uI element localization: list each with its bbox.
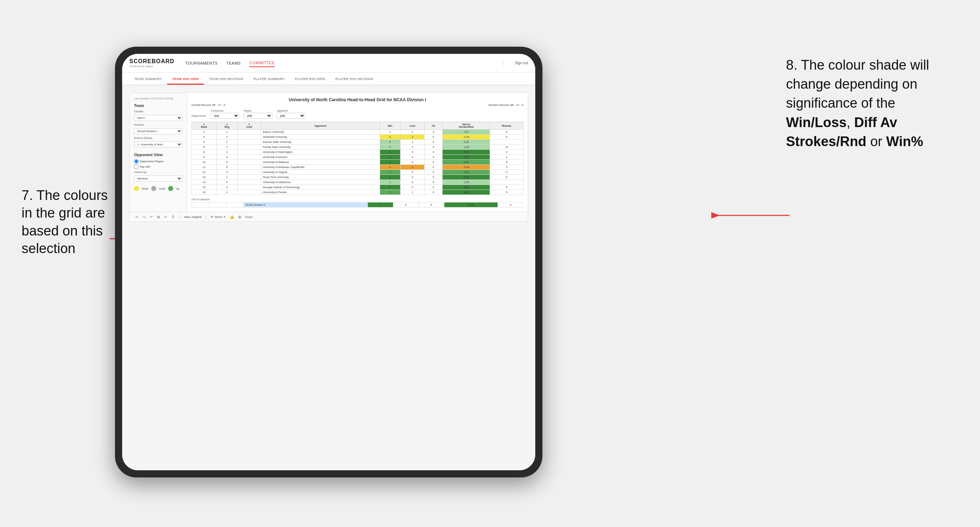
sign-out-link[interactable]: Sign out [515,61,528,65]
cell-rank: 6 [192,144,216,150]
radio-opponents-played[interactable]: Opponents Played [134,159,183,164]
radio-top100-input[interactable] [134,164,138,169]
colour-by-select[interactable]: Win/loss [134,176,183,182]
nav-tournaments[interactable]: TOURNAMENTS [185,60,218,67]
cell-loss: 0 [401,150,425,155]
cell-loss: 4 [401,135,425,140]
share-button[interactable]: Share [245,215,253,219]
cell-conf [237,140,261,144]
grid-title: University of North Carolina Head-to-Hea… [191,97,523,102]
timer-icon[interactable]: ⏱ [171,215,175,219]
cell-opponent: Georgia Institute of Technology [261,185,380,190]
cell-rounds: 9 [490,175,523,180]
cell-rounds: 3 [490,150,523,155]
cell-reg: 5 [216,160,237,165]
view-original-label[interactable]: View: Original [184,215,202,219]
subnav-team-summary[interactable]: TEAM SUMMARY [129,74,167,85]
table-row: 131Texas Tech University3005.569 [192,175,523,180]
table-row: 105University of Alabama3002.616 [192,160,523,165]
cell-reg: 2 [216,190,237,195]
col-tie: Tie [424,122,442,130]
cell-diff: 9.00 [442,155,490,160]
cell-diff: 5.56 [442,175,490,180]
colour-by-label: Colour by [134,170,183,174]
out-of-division-win: 1 [368,202,393,208]
opponent-filter-select[interactable]: (All) [277,113,305,119]
cell-rounds: 6 [490,160,523,165]
subnav-player-h2h-grid[interactable]: PLAYER H2H GRID [290,74,331,85]
back-icon[interactable]: ↶ [150,215,153,219]
radio-group-opponent: Opponents Played Top 100 [134,159,183,169]
cell-win: 1 [380,170,400,175]
tablet-device: SCOREBOARD Powered by clippd TOURNAMENTS… [115,47,542,478]
cell-conf [237,175,261,180]
table-row: 93University of Arizona1009.002 [192,155,523,160]
cell-rank: 2 [192,130,216,135]
cell-reg: 3 [216,170,237,175]
table-row: 62Florida State University4201.8312 [192,144,523,150]
table-row: 123University of Virginia1002.333 [192,170,523,175]
watch-button[interactable]: 👁 Watch ▾ [210,215,225,219]
thumbs-icon[interactable]: 👍 [229,215,234,219]
share-icon-small[interactable]: ⊞ [238,215,241,219]
conference-filter-group: Conference (All) [210,110,239,119]
cell-conf [237,160,261,165]
top-navigation: SCOREBOARD Powered by clippd TOURNAMENTS… [122,54,535,73]
table-row: 21Auburn University2101.679 [192,130,523,135]
cell-opponent: Vanderbilt University [261,135,380,140]
cell-diff: 6.62 [442,190,490,195]
sub-navigation: TEAM SUMMARY TEAM H2H GRID TEAM H2H HEAT… [122,73,535,86]
cell-rounds: 2 [490,155,523,160]
out-of-division-loss: 0 [393,202,418,208]
cell-rounds: 9 [490,185,523,190]
nav-committee[interactable]: COMMITTEE [249,59,275,67]
division-select[interactable]: NCAA Division I [134,128,183,134]
cell-loss: 1 [401,190,425,195]
conference-filter-select[interactable]: (All) [210,113,239,119]
out-of-division-label: Out of division [191,198,523,201]
cell-opponent: University of Florida [261,190,380,195]
annotation-right-text: 8. The colour shade will change dependin… [786,56,958,151]
logo: SCOREBOARD Powered by clippd [129,58,175,68]
cell-conf [237,165,261,170]
logo-text: SCOREBOARD [129,58,175,65]
colour-legend: Down Level Up [134,186,183,191]
table-row: 162University of Florida3106.629 [192,190,523,195]
gender-label: Gender [134,110,183,113]
gender-select[interactable]: Men's [134,115,183,121]
copy-icon[interactable]: ⊞ [157,215,160,219]
radio-top100[interactable]: Top 100 [134,164,183,169]
region-filter-select[interactable]: (All) [243,113,272,119]
subnav-team-h2h-heatmap[interactable]: TEAM H2H HEATMAP [204,74,248,85]
subnav-player-h2h-heatmap[interactable]: PLAYER H2H HEATMAP [331,74,379,85]
cell-win: 1 [380,155,400,160]
annotation-right-line3: or [867,134,886,149]
radio-opponents-played-input[interactable] [134,159,138,164]
redo-icon[interactable]: ↪ [143,215,145,219]
grid-subtitle: Overall Record: 89 - 17 - 0 Division Rec… [191,103,523,106]
nav-teams[interactable]: TEAMS [226,60,241,67]
cell-tie: 0 [424,180,442,185]
cell-opponent: University of Arizona [261,155,380,160]
cell-win: 1 [380,150,400,155]
cell-reg: 3 [216,155,237,160]
cell-rank: 16 [192,190,216,195]
out-of-division-row: NCAA Division II 1 0 0 26.00 3 [192,202,523,208]
cut-icon[interactable]: ✂ [164,215,167,219]
toolbar-divider-2 [206,214,206,219]
subnav-team-h2h-grid[interactable]: TEAM H2H GRID [167,74,204,85]
out-of-division-table: NCAA Division II 1 0 0 26.00 3 [191,202,523,208]
undo-icon[interactable]: ↩ [135,215,138,219]
opponent-filter-label: Opponent [277,110,305,112]
school-rank-select[interactable]: 1. University of Nort... [134,141,183,148]
cell-opponent: University of Alabama [261,160,380,165]
cell-conf [237,185,261,190]
cell-diff: -2.29 [442,135,490,140]
opponent-view-title: Opponent View [134,152,183,157]
cell-conf [237,130,261,135]
subnav-player-summary[interactable]: PLAYER SUMMARY [248,74,290,85]
cell-reg: 2 [216,144,237,150]
legend-up-label: Up [176,187,179,190]
nav-divider: | [503,61,504,66]
cell-tie: 0 [424,190,442,195]
